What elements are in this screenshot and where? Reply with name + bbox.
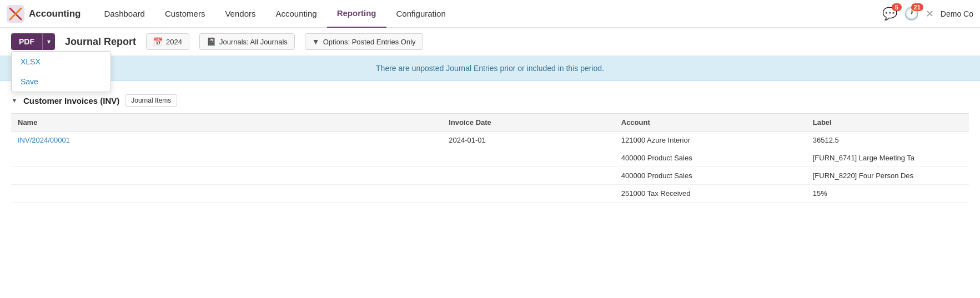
table-row: 251000 Tax Received 15% [11, 185, 969, 203]
name-2 [11, 149, 442, 167]
pdf-button-group: PDF ▾ XLSX Save [11, 33, 55, 50]
nav-vendors[interactable]: Vendors [215, 0, 265, 28]
col-header-date: Invoice Date [442, 114, 615, 132]
date-4 [442, 185, 615, 203]
toolbar: PDF ▾ XLSX Save Journal Report 📅 2024 📓 … [0, 28, 980, 56]
invoice-date-1: 2024-01-01 [442, 132, 615, 149]
account-2: 400000 Product Sales [615, 149, 806, 167]
table-row: INV/2024/00001 2024-01-01 121000 Azure I… [11, 132, 969, 149]
name-4 [11, 185, 442, 203]
options-filter-button[interactable]: ▼ Options: Posted Entries Only [305, 33, 423, 50]
journals-filter-label: Journals: All Journals [219, 38, 288, 46]
messages-button[interactable]: 💬 5 [882, 7, 897, 21]
app-title: Accounting [29, 8, 81, 19]
report-section: ▼ Customer Invoices (INV) Journal Items … [0, 81, 980, 203]
nav-accounting[interactable]: Accounting [265, 0, 326, 28]
label-2: [FURN_6741] Large Meeting Ta [806, 149, 969, 167]
col-header-label: Label [806, 114, 969, 132]
filter-icon: ▼ [312, 37, 320, 46]
calendar-icon: 📅 [153, 37, 163, 46]
col-header-account: Account [615, 114, 806, 132]
label-3: [FURN_8220] Four Person Des [806, 167, 969, 185]
warning-text: There are unposted Journal Entries prior… [376, 64, 604, 73]
account-3: 400000 Product Sales [615, 167, 806, 185]
table-header: Name Invoice Date Account Label [11, 114, 969, 132]
account-4: 251000 Tax Received [615, 185, 806, 203]
table-body: INV/2024/00001 2024-01-01 121000 Azure I… [11, 132, 969, 203]
dropdown-xlsx[interactable]: XLSX [12, 52, 110, 72]
pdf-dropdown-menu: XLSX Save [11, 51, 111, 92]
nav-reporting[interactable]: Reporting [327, 0, 386, 28]
col-header-name: Name [11, 114, 442, 132]
account-1: 121000 Azure Interior [615, 132, 806, 149]
nav-right: 💬 5 🕐 21 ✕ Demo Co [882, 7, 973, 21]
journals-filter-button[interactable]: 📓 Journals: All Journals [199, 33, 295, 50]
nav-configuration[interactable]: Configuration [386, 0, 456, 28]
report-table: Name Invoice Date Account Label INV/2024… [11, 113, 969, 203]
date-3 [442, 167, 615, 185]
warning-banner: There are unposted Journal Entries prior… [0, 56, 980, 81]
section-title: Customer Invoices (INV) [23, 96, 119, 105]
label-4: 15% [806, 185, 969, 203]
close-icon[interactable]: ✕ [926, 8, 934, 20]
invoice-link[interactable]: INV/2024/00001 [18, 136, 70, 144]
section-header: ▼ Customer Invoices (INV) Journal Items [11, 94, 969, 107]
year-filter-label: 2024 [166, 38, 182, 46]
name-3 [11, 167, 442, 185]
top-navigation: Accounting Dashboard Customers Vendors A… [0, 0, 980, 28]
activities-count: 21 [911, 3, 923, 11]
date-2 [442, 149, 615, 167]
journal-icon: 📓 [207, 37, 216, 46]
table-row: 400000 Product Sales [FURN_8220] Four Pe… [11, 167, 969, 185]
pdf-button[interactable]: PDF [11, 33, 42, 50]
journal-items-button[interactable]: Journal Items [125, 94, 177, 107]
label-1: 36512.5 [806, 132, 969, 149]
pdf-dropdown-button[interactable]: ▾ [42, 33, 55, 50]
dropdown-save[interactable]: Save [12, 72, 110, 92]
table-row: 400000 Product Sales [FURN_6741] Large M… [11, 149, 969, 167]
page-title: Journal Report [65, 36, 136, 48]
nav-customers[interactable]: Customers [155, 0, 215, 28]
chevron-down-icon[interactable]: ▼ [11, 97, 18, 104]
options-filter-label: Options: Posted Entries Only [323, 38, 416, 46]
year-filter-button[interactable]: 📅 2024 [146, 33, 189, 50]
messages-count: 5 [892, 3, 902, 11]
activities-button[interactable]: 🕐 21 [904, 7, 919, 21]
nav-dashboard[interactable]: Dashboard [94, 0, 155, 28]
app-logo[interactable]: Accounting [7, 5, 90, 23]
nav-menu: Dashboard Customers Vendors Accounting R… [94, 0, 882, 28]
user-name[interactable]: Demo Co [941, 9, 973, 18]
